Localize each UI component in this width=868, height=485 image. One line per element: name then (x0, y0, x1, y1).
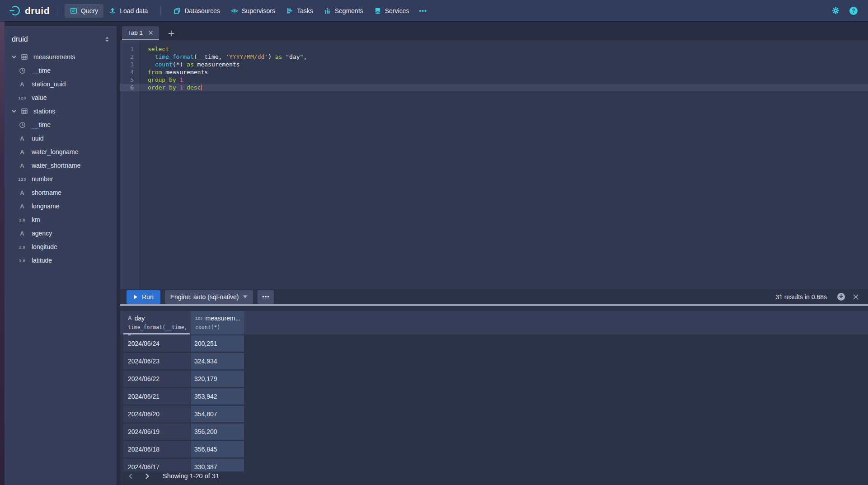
cell-count[interactable]: 354,807 (191, 406, 244, 422)
table-icon (19, 108, 30, 115)
tree-column-km[interactable]: 1.0 km (5, 213, 117, 226)
string-type-icon: A (20, 189, 24, 196)
tree-column-longitude[interactable]: 1.0 longitude (5, 240, 117, 254)
next-page-button[interactable] (142, 471, 152, 481)
column-label: station_uuid (32, 80, 66, 88)
query-icon (70, 7, 77, 14)
upload-icon (109, 7, 116, 14)
download-results-button[interactable] (837, 292, 845, 301)
run-bar: Run Engine: auto (sql-native) ••• 31 res… (120, 289, 868, 304)
new-tab-button[interactable] (166, 28, 176, 38)
cell-day[interactable]: 2024/06/23 (123, 353, 190, 369)
column-label: longname (32, 202, 60, 210)
druid-logo-icon (9, 5, 21, 17)
schema-header[interactable]: druid (5, 32, 117, 47)
column-label: km (32, 216, 40, 223)
tab-1[interactable]: Tab 1 (122, 26, 159, 40)
chevron-down-icon (9, 108, 19, 114)
text-cursor (201, 85, 202, 90)
column-label: __time (32, 67, 51, 74)
number-type-icon: 123 (195, 316, 203, 320)
tree-column-water-shortname[interactable]: A water_shortname (5, 159, 117, 172)
code-line-5: group by 1 (139, 76, 868, 84)
previous-page-button[interactable] (126, 471, 136, 481)
database-icon (374, 7, 381, 14)
bar-chart-icon (324, 7, 331, 14)
string-type-icon: A (20, 230, 24, 237)
cell-day[interactable]: 2024/06/22 (123, 371, 190, 387)
tree-column-latitude[interactable]: 1.0 latitude (5, 254, 117, 267)
tab-close-icon[interactable] (148, 30, 153, 35)
line-number: 5 (120, 76, 139, 84)
help-button[interactable]: ? (849, 6, 858, 15)
run-button[interactable]: Run (127, 290, 160, 304)
tree-table-stations[interactable]: stations (5, 104, 117, 118)
nav-item-services[interactable]: Services (369, 4, 415, 18)
number-type-icon: 123 (18, 95, 26, 100)
run-more-button[interactable]: ••• (258, 290, 274, 304)
close-results-button[interactable] (853, 294, 859, 300)
window-edge (0, 21, 5, 485)
cell-count[interactable]: 200,251 (191, 335, 244, 352)
panel-resize-handle[interactable] (120, 304, 868, 306)
nav-item-tasks[interactable]: Tasks (281, 4, 319, 18)
column-label: value (32, 94, 47, 101)
string-type-icon: A (20, 162, 24, 169)
nav-item-supervisors[interactable]: Supervisors (225, 4, 281, 18)
druid-logo[interactable]: druid (9, 5, 50, 17)
tree-column-longname[interactable]: A longname (5, 199, 117, 213)
line-number: 4 (120, 68, 139, 76)
tree-column-water-longname[interactable]: A water_longname (5, 145, 117, 159)
table-label: measurements (33, 53, 75, 61)
datasources-icon (174, 7, 181, 14)
schema-sidebar: druid measurements __time A station_uuid (5, 26, 117, 485)
column-expression: time_format(__time, … (128, 324, 190, 337)
tree-column-number[interactable]: 123 number (5, 172, 117, 186)
code-line-3: count(*) as measurements (139, 61, 868, 68)
cell-count[interactable]: 330,387 (191, 459, 244, 471)
cell-day[interactable]: 2024/06/19 (123, 424, 190, 440)
cell-count[interactable]: 353,942 (191, 388, 244, 405)
table-row: 2024/06/20 354,807 (120, 406, 868, 422)
nav-item-segments[interactable]: Segments (319, 4, 369, 18)
column-header-measurements[interactable]: 123 measurem... count(*) (191, 311, 244, 334)
column-label: __time (32, 121, 51, 128)
editor-code[interactable]: select time_format(__time, 'YYYY/MM/dd')… (139, 40, 868, 289)
nav-item-datasources[interactable]: Datasources (168, 4, 225, 18)
clock-icon (14, 122, 30, 128)
line-number: 3 (120, 61, 139, 68)
nav-item-load-data[interactable]: Load data (103, 4, 153, 18)
tree-table-measurements[interactable]: measurements (5, 50, 117, 64)
schema-label: druid (12, 35, 28, 43)
settings-gear-button[interactable] (831, 6, 840, 15)
column-header-day[interactable]: A day time_format(__time, … (123, 311, 190, 334)
cell-count[interactable]: 320,179 (191, 371, 244, 387)
results-panel: A day time_format(__time, … 123 measurem… (120, 306, 868, 485)
tree-column-time[interactable]: __time (5, 64, 117, 77)
tree-column-time[interactable]: __time (5, 118, 117, 132)
tree-column-agency[interactable]: A agency (5, 226, 117, 240)
float-type-icon: 1.0 (19, 258, 26, 263)
cell-count[interactable]: 356,200 (191, 424, 244, 440)
cell-day[interactable]: 2024/06/21 (123, 388, 190, 405)
engine-select-button[interactable]: Engine: auto (sql-native) (165, 290, 253, 304)
sql-editor[interactable]: 1 2 3 4 5 6 select time_format(__time, '… (120, 40, 868, 289)
double-caret-icon[interactable] (104, 36, 110, 43)
pagination-label: Showing 1-20 of 31 (163, 472, 219, 480)
cell-day[interactable]: 2024/06/17 (123, 459, 190, 471)
tree-column-value[interactable]: 123 value (5, 91, 117, 104)
cell-day[interactable]: 2024/06/18 (123, 441, 190, 457)
table-label: stations (33, 108, 55, 115)
nav-item-query[interactable]: Query (65, 4, 103, 18)
cell-count[interactable]: 356,845 (191, 441, 244, 457)
svg-text:?: ? (852, 8, 855, 14)
cell-day[interactable]: 2024/06/20 (123, 406, 190, 422)
tree-column-station-uuid[interactable]: A station_uuid (5, 77, 117, 91)
line-number: 2 (120, 53, 139, 61)
cell-day[interactable]: 2024/06/24 (123, 335, 190, 352)
float-type-icon: 1.0 (19, 245, 26, 250)
tree-column-uuid[interactable]: A uuid (5, 132, 117, 145)
tree-column-shortname[interactable]: A shortname (5, 186, 117, 199)
nav-more-button[interactable]: ••• (414, 4, 432, 18)
cell-count[interactable]: 324,934 (191, 353, 244, 369)
